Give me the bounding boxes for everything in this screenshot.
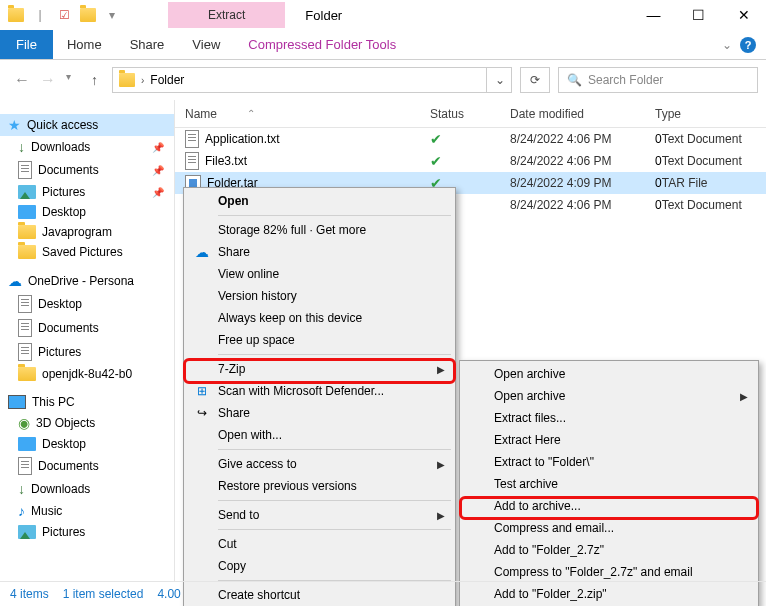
nav-3d-objects[interactable]: ◉3D Objects <box>0 412 174 434</box>
address-dropdown-icon[interactable]: ⌄ <box>486 68 505 92</box>
ctx-compress-7z-email[interactable]: Compress to "Folder_2.7z" and email <box>462 561 756 583</box>
pin-icon: 📌 <box>152 142 164 153</box>
search-field[interactable]: 🔍 Search Folder <box>558 67 758 93</box>
ctx-open-archive[interactable]: Open archive <box>462 363 756 385</box>
refresh-button[interactable]: ⟳ <box>520 67 550 93</box>
nav-pc-pictures[interactable]: Pictures <box>0 522 174 542</box>
history-dropdown-icon[interactable]: ▾ <box>66 71 71 89</box>
ctx-share2[interactable]: ↪Share <box>186 402 453 424</box>
file-name: Application.txt <box>205 132 280 146</box>
home-tab[interactable]: Home <box>53 30 116 59</box>
minimize-button[interactable]: — <box>631 0 676 30</box>
ctx-send-to[interactable]: Send to▶ <box>186 504 453 526</box>
nav-pc-documents[interactable]: Documents <box>0 454 174 478</box>
nav-pc-desktop[interactable]: Desktop <box>0 434 174 454</box>
ctx-test-archive[interactable]: Test archive <box>462 473 756 495</box>
nav-pictures[interactable]: Pictures📌 <box>0 182 174 202</box>
ctx-open-archive-sub[interactable]: Open archive▶ <box>462 385 756 407</box>
file-row[interactable]: Application.txt✔8/24/2022 4:06 PM0Text D… <box>175 128 766 150</box>
ctx-give-access[interactable]: Give access to▶ <box>186 453 453 475</box>
search-placeholder: Search Folder <box>588 73 663 87</box>
up-button[interactable]: ↑ <box>85 72 104 88</box>
nav-documents[interactable]: Documents📌 <box>0 158 174 182</box>
ctx-extract-files[interactable]: Extract files... <box>462 407 756 429</box>
ctx-compress-email[interactable]: Compress and email... <box>462 517 756 539</box>
ctx-extract-to[interactable]: Extract to "Folder\" <box>462 451 756 473</box>
forward-button[interactable]: → <box>40 71 56 89</box>
cloud-icon: ☁ <box>8 273 22 289</box>
address-bar: ← → ▾ ↑ › Folder ⌄ ⟳ 🔍 Search Folder <box>0 60 766 100</box>
ctx-open-with[interactable]: Open with... <box>186 424 453 446</box>
address-field[interactable]: › Folder ⌄ <box>112 67 512 93</box>
status-icon: ✔ <box>430 153 510 169</box>
ctx-add-to-archive[interactable]: Add to archive... <box>462 495 756 517</box>
ribbon-expand-icon[interactable]: ⌄ <box>722 38 732 52</box>
status-size: 4.00 <box>157 587 180 601</box>
nav-downloads[interactable]: ↓Downloads📌 <box>0 136 174 158</box>
file-date: 8/24/2022 4:06 PM <box>510 154 655 168</box>
context-menu-main: Open Storage 82% full · Get more ☁Share … <box>183 187 456 606</box>
share-tab[interactable]: Share <box>116 30 179 59</box>
document-icon <box>18 295 32 313</box>
pc-icon <box>8 395 26 409</box>
ctx-share[interactable]: ☁Share <box>186 241 453 263</box>
nav-pc-downloads[interactable]: ↓Downloads <box>0 478 174 500</box>
ctx-free-up[interactable]: Free up space <box>186 329 453 351</box>
ctx-cut[interactable]: Cut <box>186 533 453 555</box>
properties-icon[interactable]: ☑ <box>54 5 74 25</box>
ctx-7zip[interactable]: 7-Zip▶ <box>186 358 453 380</box>
download-icon: ↓ <box>18 139 25 155</box>
status-icon: ✔ <box>430 131 510 147</box>
file-type: TAR File <box>662 176 766 190</box>
close-button[interactable]: ✕ <box>721 0 766 30</box>
shield-icon: ⊞ <box>194 383 210 399</box>
nav-desktop[interactable]: Desktop <box>0 202 174 222</box>
document-icon <box>18 343 32 361</box>
separator <box>218 500 451 501</box>
compressed-folder-tools-tab[interactable]: Compressed Folder Tools <box>234 30 410 59</box>
nav-openjdk[interactable]: openjdk-8u42-b0 <box>0 364 174 384</box>
navigation-pane: ★Quick access ↓Downloads📌 Documents📌 Pic… <box>0 100 175 581</box>
context-menu-7zip: Open archive Open archive▶ Extract files… <box>459 360 759 606</box>
maximize-button[interactable]: ☐ <box>676 0 721 30</box>
file-tab[interactable]: File <box>0 30 53 59</box>
qat-dropdown-icon[interactable]: ▾ <box>102 5 122 25</box>
folder-icon <box>119 73 135 87</box>
ctx-add-7z[interactable]: Add to "Folder_2.7z" <box>462 539 756 561</box>
nav-od-desktop[interactable]: Desktop <box>0 292 174 316</box>
ctx-version-history[interactable]: Version history <box>186 285 453 307</box>
column-date[interactable]: Date modified <box>510 107 655 121</box>
file-row[interactable]: File3.txt✔8/24/2022 4:06 PM0Text Documen… <box>175 150 766 172</box>
status-selected-count: 1 item selected <box>63 587 144 601</box>
status-bar: 4 items 1 item selected 4.00 <box>0 581 766 606</box>
ctx-copy[interactable]: Copy <box>186 555 453 577</box>
view-tab[interactable]: View <box>178 30 234 59</box>
ctx-storage[interactable]: Storage 82% full · Get more <box>186 219 453 241</box>
download-icon: ↓ <box>18 481 25 497</box>
ctx-open[interactable]: Open <box>186 190 453 212</box>
ctx-view-online[interactable]: View online <box>186 263 453 285</box>
help-icon[interactable]: ? <box>740 37 756 53</box>
nav-od-documents[interactable]: Documents <box>0 316 174 340</box>
separator <box>218 354 451 355</box>
nav-onedrive[interactable]: ☁OneDrive - Persona <box>0 270 174 292</box>
column-status[interactable]: Status <box>430 107 510 121</box>
nav-pc-music[interactable]: ♪Music <box>0 500 174 522</box>
ctx-defender[interactable]: ⊞Scan with Microsoft Defender... <box>186 380 453 402</box>
ctx-always-keep[interactable]: Always keep on this device <box>186 307 453 329</box>
ctx-extract-here[interactable]: Extract Here <box>462 429 756 451</box>
folder-icon <box>18 367 36 381</box>
column-name[interactable]: Name⌃ <box>175 107 430 121</box>
qat-folder-icon[interactable] <box>78 5 98 25</box>
nav-saved-pictures[interactable]: Saved Pictures <box>0 242 174 262</box>
ctx-restore[interactable]: Restore previous versions <box>186 475 453 497</box>
back-button[interactable]: ← <box>14 71 30 89</box>
nav-quick-access[interactable]: ★Quick access <box>0 114 174 136</box>
nav-javaprogram[interactable]: Javaprogram <box>0 222 174 242</box>
music-icon: ♪ <box>18 503 25 519</box>
column-type[interactable]: Type <box>655 107 766 121</box>
document-icon <box>18 319 32 337</box>
nav-od-pictures[interactable]: Pictures <box>0 340 174 364</box>
nav-this-pc[interactable]: This PC <box>0 392 174 412</box>
chevron-right-icon: ▶ <box>740 391 748 402</box>
